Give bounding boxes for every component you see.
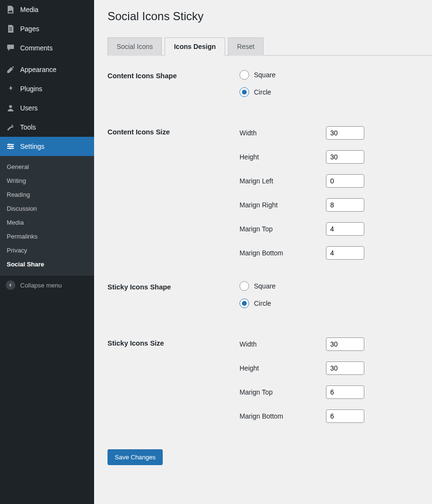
- content-margin-left-input[interactable]: [326, 174, 364, 188]
- collapse-icon: [6, 280, 15, 290]
- svg-rect-6: [10, 147, 11, 149]
- margin-top-label: Marign Top: [240, 225, 326, 233]
- svg-rect-1: [7, 144, 14, 145]
- sidebar-item-settings[interactable]: Settings: [0, 137, 94, 156]
- sticky-margin-top-input[interactable]: [326, 385, 364, 399]
- sidebar-item-media[interactable]: Media: [0, 0, 94, 19]
- content-shape-label: Content Icons Shape: [108, 70, 240, 80]
- menu-label: Plugins: [20, 85, 42, 93]
- radio-sticky-square[interactable]: [240, 281, 249, 291]
- admin-sidebar: Media Pages Comments Appearance Plugins …: [0, 0, 94, 504]
- radio-sticky-circle[interactable]: [240, 299, 249, 308]
- submenu-media[interactable]: Media: [0, 216, 94, 229]
- settings-icon: [6, 142, 15, 151]
- content-width-input[interactable]: [326, 126, 364, 140]
- menu-label: Pages: [20, 25, 39, 33]
- appearance-icon: [6, 65, 15, 74]
- sidebar-item-users[interactable]: Users: [0, 98, 94, 118]
- svg-rect-2: [7, 146, 14, 147]
- submenu-social-share[interactable]: Social Share: [0, 257, 94, 271]
- tab-nav: Social Icons Icons Design Reset: [108, 37, 432, 56]
- save-button[interactable]: Save Changes: [108, 449, 163, 465]
- width-label: Width: [240, 129, 326, 137]
- menu-label: Media: [20, 6, 38, 13]
- radio-content-circle[interactable]: [240, 87, 249, 97]
- menu-label: Appearance: [20, 66, 57, 73]
- comments-icon: [6, 43, 15, 53]
- radio-label: Square: [254, 282, 276, 290]
- settings-submenu: General Writing Reading Discussion Media…: [0, 156, 94, 275]
- margin-bottom-label: Marign Bottom: [240, 249, 326, 257]
- radio-label: Circle: [254, 300, 271, 307]
- sidebar-item-comments[interactable]: Comments: [0, 38, 94, 58]
- submenu-reading[interactable]: Reading: [0, 188, 94, 202]
- width-label: Width: [240, 340, 326, 348]
- margin-top-label: Marign Top: [240, 388, 326, 396]
- content-margin-right-input[interactable]: [326, 198, 364, 212]
- margin-right-label: Marign Right: [240, 201, 326, 209]
- menu-label: Tools: [20, 123, 36, 131]
- pages-icon: [6, 24, 15, 34]
- media-icon: [6, 5, 15, 14]
- svg-rect-4: [9, 144, 10, 145]
- page-content: Social Icons Sticky Social Icons Icons D…: [94, 0, 432, 504]
- tools-icon: [6, 122, 15, 132]
- radio-content-square[interactable]: [240, 70, 249, 80]
- svg-point-0: [9, 105, 12, 108]
- submenu-privacy[interactable]: Privacy: [0, 243, 94, 257]
- collapse-label: Collapse menu: [20, 282, 62, 289]
- plugins-icon: [6, 84, 15, 94]
- sticky-height-input[interactable]: [326, 361, 364, 375]
- users-icon: [6, 103, 15, 113]
- height-label: Height: [240, 364, 326, 372]
- menu-label: Settings: [20, 143, 45, 150]
- margin-bottom-label: Marign Bottom: [240, 412, 326, 420]
- svg-rect-5: [12, 145, 12, 147]
- content-size-label: Content Icons Size: [108, 126, 240, 136]
- sidebar-item-tools[interactable]: Tools: [0, 118, 94, 137]
- submenu-writing[interactable]: Writing: [0, 174, 94, 188]
- menu-label: Comments: [20, 44, 53, 52]
- submenu-permalinks[interactable]: Permalinks: [0, 229, 94, 243]
- content-height-input[interactable]: [326, 150, 364, 164]
- content-margin-bottom-input[interactable]: [326, 246, 364, 260]
- margin-left-label: Marign Left: [240, 177, 326, 185]
- tab-social-icons[interactable]: Social Icons: [108, 37, 162, 56]
- sticky-width-input[interactable]: [326, 337, 364, 351]
- height-label: Height: [240, 153, 326, 161]
- menu-label: Users: [20, 104, 38, 112]
- sidebar-item-appearance[interactable]: Appearance: [0, 60, 94, 79]
- radio-label: Square: [254, 71, 276, 79]
- sidebar-item-pages[interactable]: Pages: [0, 19, 94, 38]
- page-title: Social Icons Sticky: [108, 10, 432, 23]
- tab-reset[interactable]: Reset: [228, 37, 264, 56]
- collapse-menu[interactable]: Collapse menu: [0, 275, 94, 295]
- sticky-shape-label: Sticky Icons Shape: [108, 281, 240, 291]
- tab-icons-design[interactable]: Icons Design: [165, 37, 225, 56]
- submenu-discussion[interactable]: Discussion: [0, 202, 94, 216]
- sidebar-item-plugins[interactable]: Plugins: [0, 79, 94, 98]
- radio-label: Circle: [254, 88, 271, 96]
- sticky-margin-bottom-input[interactable]: [326, 409, 364, 423]
- submenu-general[interactable]: General: [0, 160, 94, 174]
- sticky-size-label: Sticky Icons Size: [108, 337, 240, 347]
- content-margin-top-input[interactable]: [326, 222, 364, 236]
